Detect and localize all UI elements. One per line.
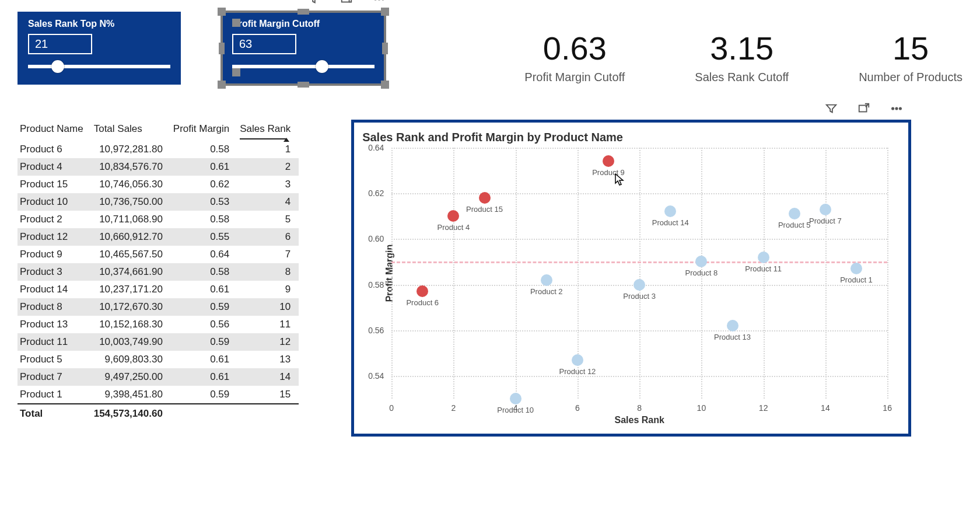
slicer-value-input[interactable]: 63 — [232, 34, 296, 54]
y-tick: 0.64 — [368, 143, 384, 152]
filter-icon[interactable] — [823, 100, 839, 117]
table-row[interactable]: Product 19,398,451.800.5915 — [18, 386, 299, 404]
focus-mode-icon[interactable] — [338, 0, 355, 7]
data-point[interactable] — [634, 279, 645, 291]
total-label: Total — [18, 404, 92, 423]
data-point[interactable] — [510, 393, 522, 404]
y-tick: 0.56 — [368, 326, 384, 335]
x-axis-label: Sales Rank — [614, 415, 664, 425]
filter-icon[interactable] — [306, 0, 322, 7]
data-point-label: Product 3 — [623, 292, 656, 301]
cell-sales-rank: 9 — [237, 281, 299, 298]
col-sales-rank[interactable]: Sales Rank — [237, 120, 299, 141]
slicer-title: Profit Margin Cutoff — [232, 19, 374, 29]
table-row[interactable]: Product 1210,660,912.700.556 — [18, 228, 299, 246]
table-row[interactable]: Product 79,497,250.000.6114 — [18, 368, 299, 386]
cell-sales-rank: 13 — [237, 351, 299, 368]
cell-product-name: Product 12 — [18, 228, 92, 246]
visual-header — [823, 100, 905, 117]
cell-total-sales: 10,465,567.50 — [92, 246, 171, 263]
table-row[interactable]: Product 610,972,281.800.581 — [18, 141, 299, 158]
data-point[interactable] — [416, 285, 428, 297]
x-tick: 16 — [883, 403, 892, 413]
x-tick: 14 — [821, 403, 830, 413]
table-row[interactable]: Product 310,374,661.900.588 — [18, 263, 299, 281]
slider-thumb[interactable] — [316, 60, 328, 73]
svg-rect-0 — [342, 0, 349, 2]
table-row[interactable]: Product 1310,152,168.300.5611 — [18, 316, 299, 333]
cell-total-sales: 10,736,750.00 — [92, 193, 171, 211]
data-point[interactable] — [572, 354, 583, 366]
cell-product-name: Product 3 — [18, 263, 92, 281]
cell-product-name: Product 10 — [18, 193, 92, 211]
svg-point-7 — [900, 107, 901, 109]
cell-product-name: Product 2 — [18, 211, 92, 228]
focus-mode-icon[interactable] — [856, 100, 872, 117]
table-row[interactable]: Product 810,172,670.300.5910 — [18, 298, 299, 316]
data-point[interactable] — [541, 274, 552, 286]
scatter-chart-visual[interactable]: Sales Rank and Profit Margin by Product … — [351, 120, 911, 437]
data-point[interactable] — [664, 205, 676, 217]
cell-sales-rank: 14 — [237, 368, 299, 386]
table-row[interactable]: Product 1110,003,749.900.5912 — [18, 333, 299, 351]
cell-profit-margin: 0.59 — [171, 386, 237, 404]
cell-product-name: Product 14 — [18, 281, 92, 298]
data-point[interactable] — [758, 252, 769, 263]
cell-product-name: Product 8 — [18, 298, 92, 316]
data-point-label: Product 11 — [745, 264, 782, 273]
y-axis-label: Profit Margin — [384, 245, 395, 302]
table-row[interactable]: Product 59,609,803.300.6113 — [18, 351, 299, 368]
data-point-label: Product 8 — [685, 268, 718, 277]
cell-sales-rank: 2 — [237, 158, 299, 176]
data-point[interactable] — [603, 155, 614, 167]
scatter-plot-area[interactable]: Profit Margin Sales Rank 0.540.560.580.6… — [391, 148, 887, 399]
col-profit-margin[interactable]: Profit Margin — [171, 120, 237, 141]
kpi-profit-margin-cutoff: 0.63 Profit Margin Cutoff — [524, 29, 625, 84]
slider-thumb[interactable] — [51, 60, 64, 73]
cell-total-sales: 10,660,912.70 — [92, 228, 171, 246]
table-row[interactable]: Product 1410,237,171.200.619 — [18, 281, 299, 298]
slider-track[interactable] — [28, 65, 170, 68]
products-table[interactable]: Product Name Total Sales Profit Margin S… — [18, 120, 299, 423]
data-point[interactable] — [447, 210, 459, 222]
slider-track[interactable] — [232, 65, 374, 68]
data-point[interactable] — [479, 192, 491, 204]
table-row[interactable]: Product 1010,736,750.000.534 — [18, 193, 299, 211]
cell-profit-margin: 0.59 — [171, 333, 237, 351]
slicer-sales-rank-topn[interactable]: Sales Rank Top N% 21 — [18, 12, 181, 85]
cell-product-name: Product 13 — [18, 316, 92, 333]
cell-profit-margin: 0.59 — [171, 298, 237, 316]
cell-profit-margin: 0.61 — [171, 351, 237, 368]
reference-line — [391, 261, 887, 263]
more-options-icon[interactable] — [888, 100, 905, 117]
kpi-label: Number of Products — [859, 71, 963, 84]
table-row[interactable]: Product 410,834,576.700.612 — [18, 158, 299, 176]
data-point-label: Product 10 — [497, 406, 534, 414]
col-total-sales[interactable]: Total Sales — [92, 120, 171, 141]
cell-total-sales: 9,398,451.80 — [92, 386, 171, 404]
cell-product-name: Product 11 — [18, 333, 92, 351]
slicer-profit-margin-cutoff[interactable]: Profit Margin Cutoff 63 — [222, 12, 385, 85]
cell-sales-rank: 15 — [237, 386, 299, 404]
data-point[interactable] — [695, 256, 707, 267]
x-tick: 6 — [575, 403, 580, 413]
cell-sales-rank: 8 — [237, 263, 299, 281]
table-row[interactable]: Product 210,711,068.900.585 — [18, 211, 299, 228]
data-point[interactable] — [850, 263, 862, 274]
data-point-label: Product 12 — [559, 367, 596, 376]
data-point-label: Product 13 — [714, 333, 751, 341]
cell-profit-margin: 0.64 — [171, 246, 237, 263]
table-row[interactable]: Product 1510,746,056.300.623 — [18, 176, 299, 193]
data-point-label: Product 4 — [438, 223, 470, 232]
cell-profit-margin: 0.58 — [171, 141, 237, 158]
data-point-label: Product 15 — [466, 205, 503, 214]
cell-total-sales: 9,497,250.00 — [92, 368, 171, 386]
data-point[interactable] — [727, 320, 738, 331]
col-product-name[interactable]: Product Name — [18, 120, 92, 141]
table-row[interactable]: Product 910,465,567.500.647 — [18, 246, 299, 263]
data-point[interactable] — [789, 208, 800, 219]
data-point[interactable] — [820, 204, 831, 215]
more-options-icon[interactable] — [371, 0, 387, 7]
cell-product-name: Product 4 — [18, 158, 92, 176]
slicer-value-input[interactable]: 21 — [28, 34, 92, 54]
